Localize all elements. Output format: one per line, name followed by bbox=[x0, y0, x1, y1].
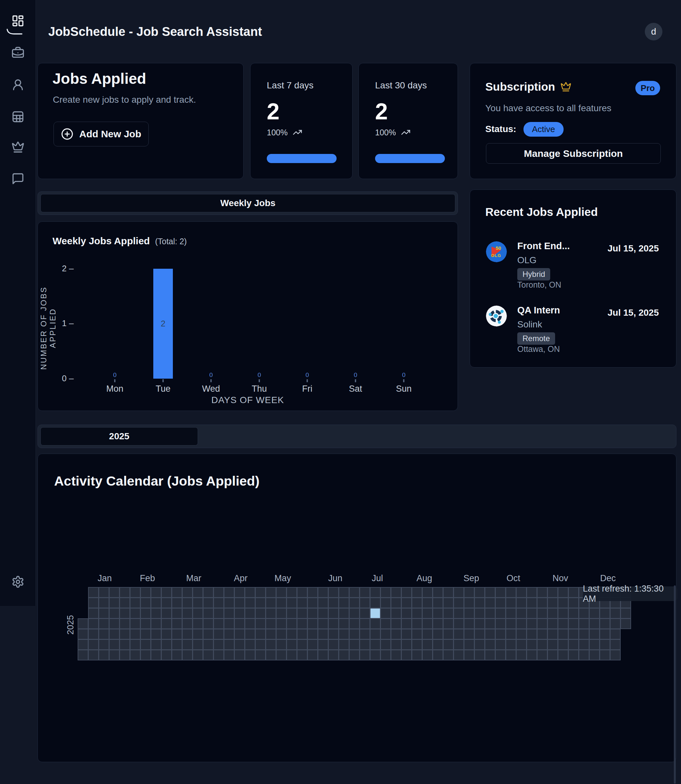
heatmap-cell[interactable] bbox=[193, 598, 203, 608]
sidebar-item-settings[interactable] bbox=[11, 575, 25, 590]
heatmap-cell[interactable] bbox=[423, 650, 432, 660]
heatmap-cell[interactable] bbox=[548, 650, 557, 660]
heatmap-cell[interactable] bbox=[475, 588, 484, 597]
heatmap-cell[interactable] bbox=[371, 598, 380, 608]
heatmap-cell[interactable] bbox=[454, 619, 464, 629]
heatmap-cell[interactable] bbox=[318, 640, 328, 649]
heatmap-cell[interactable] bbox=[224, 588, 234, 597]
heatmap-cell[interactable] bbox=[214, 619, 223, 629]
heatmap-cell[interactable] bbox=[151, 588, 161, 597]
heatmap-cell[interactable] bbox=[214, 640, 223, 649]
heatmap-cell[interactable] bbox=[433, 588, 443, 597]
heatmap-cell[interactable] bbox=[277, 608, 286, 618]
heatmap-cell[interactable] bbox=[235, 598, 244, 608]
heatmap-cell[interactable] bbox=[537, 619, 547, 629]
heatmap-cell[interactable] bbox=[204, 588, 213, 597]
add-new-job-button[interactable]: Add New Job bbox=[54, 122, 149, 146]
heatmap-cell[interactable] bbox=[569, 598, 578, 608]
heatmap-cell[interactable] bbox=[318, 629, 328, 639]
heatmap-cell[interactable] bbox=[516, 640, 526, 649]
heatmap-cell[interactable] bbox=[130, 619, 140, 629]
heatmap-cell[interactable] bbox=[99, 598, 109, 608]
heatmap-cell[interactable] bbox=[109, 640, 119, 649]
heatmap-cell[interactable] bbox=[256, 619, 265, 629]
heatmap-cell[interactable] bbox=[224, 598, 234, 608]
heatmap-cell[interactable] bbox=[193, 650, 203, 660]
heatmap-cell[interactable] bbox=[527, 588, 537, 597]
heatmap-cell[interactable] bbox=[558, 608, 568, 618]
heatmap-cell[interactable] bbox=[485, 608, 495, 618]
heatmap-cell[interactable] bbox=[569, 640, 578, 649]
heatmap-cell[interactable] bbox=[172, 619, 182, 629]
heatmap-cell[interactable] bbox=[454, 650, 464, 660]
heatmap-cell[interactable] bbox=[391, 588, 401, 597]
heatmap-cell[interactable] bbox=[183, 598, 192, 608]
heatmap-cell[interactable] bbox=[277, 619, 286, 629]
heatmap-cell[interactable] bbox=[141, 640, 150, 649]
heatmap-cell[interactable] bbox=[350, 640, 359, 649]
heatmap-cell[interactable] bbox=[183, 619, 192, 629]
job-item-front-end[interactable]: 50OLG Front End... Jul 15, 2025 OLG Hybr… bbox=[470, 236, 676, 301]
heatmap-cell[interactable] bbox=[350, 588, 359, 597]
heatmap-cell[interactable] bbox=[506, 640, 516, 649]
heatmap-cell[interactable] bbox=[621, 619, 630, 629]
heatmap-cell[interactable] bbox=[485, 588, 495, 597]
heatmap-cell[interactable] bbox=[506, 629, 516, 639]
heatmap-cell[interactable] bbox=[464, 598, 474, 608]
heatmap-cell[interactable] bbox=[266, 629, 276, 639]
heatmap-cell[interactable] bbox=[162, 619, 171, 629]
heatmap-cell[interactable] bbox=[381, 608, 390, 618]
heatmap-cell[interactable] bbox=[391, 640, 401, 649]
tab-year-2025[interactable]: 2025 bbox=[40, 427, 198, 445]
heatmap-cell[interactable] bbox=[548, 640, 557, 649]
heatmap-cell[interactable] bbox=[423, 598, 432, 608]
heatmap-cell[interactable] bbox=[548, 588, 557, 597]
heatmap-cell[interactable] bbox=[464, 650, 474, 660]
heatmap-cell[interactable] bbox=[99, 650, 109, 660]
heatmap-cell[interactable] bbox=[287, 650, 296, 660]
heatmap-cell[interactable] bbox=[256, 588, 265, 597]
heatmap-cell[interactable] bbox=[600, 640, 610, 649]
heatmap-cell[interactable] bbox=[141, 650, 150, 660]
heatmap-cell[interactable] bbox=[423, 608, 432, 618]
heatmap-cell[interactable] bbox=[214, 598, 223, 608]
heatmap-cell[interactable] bbox=[464, 640, 474, 649]
heatmap-cell[interactable] bbox=[423, 619, 432, 629]
heatmap-cell[interactable] bbox=[402, 619, 411, 629]
heatmap-cell[interactable] bbox=[130, 640, 140, 649]
heatmap-cell[interactable] bbox=[172, 608, 182, 618]
heatmap-cell[interactable] bbox=[548, 608, 557, 618]
heatmap-cell[interactable] bbox=[569, 629, 578, 639]
sidebar-item-table[interactable] bbox=[11, 110, 25, 125]
heatmap-cell[interactable] bbox=[569, 608, 578, 618]
heatmap-cell[interactable] bbox=[245, 640, 255, 649]
heatmap-cell[interactable] bbox=[350, 608, 359, 618]
heatmap-cell[interactable] bbox=[89, 598, 98, 608]
heatmap-cell[interactable] bbox=[443, 588, 453, 597]
heatmap-cell[interactable] bbox=[558, 640, 568, 649]
heatmap-cell[interactable] bbox=[78, 619, 88, 629]
heatmap-cell[interactable] bbox=[162, 598, 171, 608]
heatmap-cell[interactable] bbox=[412, 629, 422, 639]
heatmap-cell[interactable] bbox=[391, 608, 401, 618]
heatmap-cell[interactable] bbox=[193, 588, 203, 597]
manage-subscription-button[interactable]: Manage Subscription bbox=[486, 143, 661, 164]
heatmap-cell[interactable] bbox=[318, 619, 328, 629]
heatmap-cell[interactable] bbox=[99, 629, 109, 639]
sidebar-item-jobs[interactable] bbox=[11, 46, 25, 61]
heatmap-cell[interactable] bbox=[298, 640, 307, 649]
heatmap-cell[interactable] bbox=[412, 640, 422, 649]
heatmap-cell[interactable] bbox=[433, 640, 443, 649]
heatmap-cell[interactable] bbox=[266, 608, 276, 618]
heatmap-cell[interactable] bbox=[433, 619, 443, 629]
heatmap-cell[interactable] bbox=[611, 619, 620, 629]
heatmap-cell[interactable] bbox=[245, 608, 255, 618]
heatmap-cell[interactable] bbox=[298, 619, 307, 629]
heatmap-cell[interactable] bbox=[537, 598, 547, 608]
heatmap-cell[interactable] bbox=[120, 588, 130, 597]
heatmap-cell[interactable] bbox=[423, 640, 432, 649]
heatmap-cell[interactable] bbox=[454, 598, 464, 608]
heatmap-cell[interactable] bbox=[402, 650, 411, 660]
heatmap-cell[interactable] bbox=[120, 608, 130, 618]
heatmap-cell[interactable] bbox=[162, 629, 171, 639]
